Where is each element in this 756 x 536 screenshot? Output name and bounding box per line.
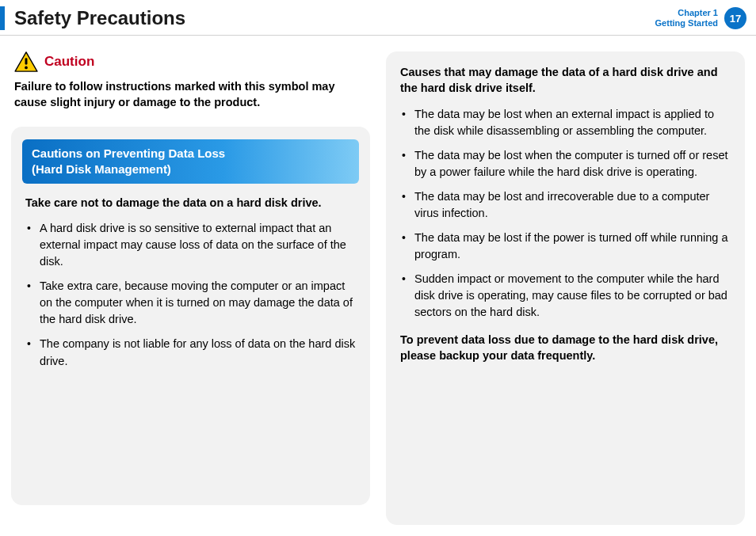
page-number-badge: 17 <box>724 7 746 29</box>
right-column: Causes that may damage the data of a har… <box>386 51 745 525</box>
chapter-line-1: Chapter 1 <box>655 8 718 18</box>
left-intro: Take care not to damage the data on a ha… <box>25 195 356 211</box>
list-item: The company is not liable for any loss o… <box>25 336 356 369</box>
page-title: Safety Precautions <box>14 7 185 29</box>
header-left: Safety Precautions <box>0 6 185 30</box>
caution-description: Failure to follow instructions marked wi… <box>14 78 370 111</box>
svg-rect-1 <box>25 58 28 64</box>
list-item: The data may be lost when an external im… <box>400 106 731 139</box>
content-area: Caution Failure to follow instructions m… <box>0 36 756 536</box>
accent-bar <box>0 6 5 30</box>
list-item: The data may be lost if the power is tur… <box>400 230 731 263</box>
left-panel: Cautions on Preventing Data Loss (Hard D… <box>11 127 370 505</box>
caution-header: Caution <box>14 51 370 72</box>
right-closing: To prevent data loss due to damage to th… <box>400 332 731 364</box>
list-item: A hard disk drive is so sensitive to ext… <box>25 220 356 270</box>
list-item: Sudden impact or movement to the compute… <box>400 271 731 321</box>
list-item: The data may be lost when the computer i… <box>400 147 731 181</box>
right-intro: Causes that may damage the data of a har… <box>400 64 731 97</box>
header-right: Chapter 1 Getting Started 17 <box>655 7 746 29</box>
right-bullet-list: The data may be lost when an external im… <box>400 106 731 321</box>
right-panel: Causes that may damage the data of a har… <box>386 51 745 525</box>
sub-header: Cautions on Preventing Data Loss (Hard D… <box>22 139 359 184</box>
list-item: The data may be lost and irrecoverable d… <box>400 188 731 222</box>
chapter-line-2: Getting Started <box>655 18 718 29</box>
caution-label: Caution <box>44 54 94 70</box>
warning-triangle-icon <box>14 51 38 72</box>
list-item: Take extra care, because moving the comp… <box>25 278 356 328</box>
page-header: Safety Precautions Chapter 1 Getting Sta… <box>0 0 756 36</box>
left-bullet-list: A hard disk drive is so sensitive to ext… <box>25 220 356 369</box>
chapter-info: Chapter 1 Getting Started <box>655 8 718 29</box>
left-column: Caution Failure to follow instructions m… <box>11 51 370 525</box>
svg-point-2 <box>25 67 28 70</box>
